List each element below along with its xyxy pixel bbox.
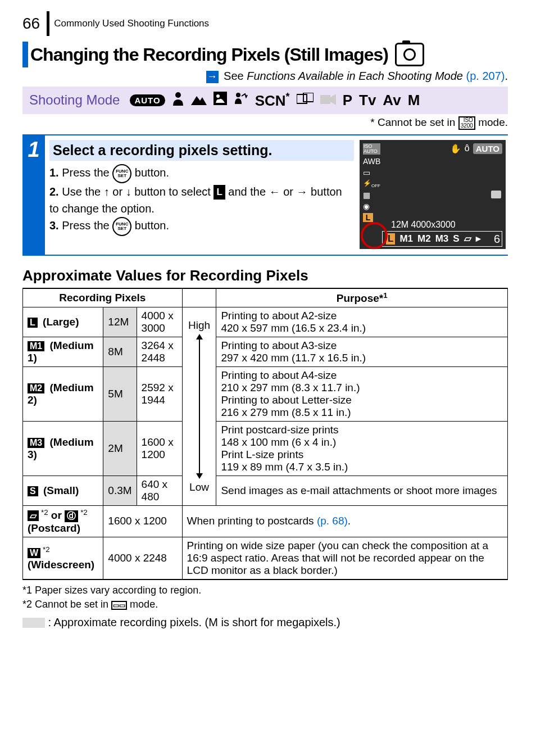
see-reference: → See Functions Available in Each Shooti… [22, 70, 508, 83]
svg-rect-1 [214, 92, 227, 105]
landscape-icon [191, 92, 207, 109]
av-mode-text: Av [383, 92, 401, 109]
table-row: L (Large) [23, 307, 103, 337]
mode-footnote-text: * Cannot be set in [370, 116, 458, 128]
table-header-recording-pixels: Recording Pixels [23, 288, 183, 307]
section-accent [22, 42, 28, 67]
step-1-section: 1 Select a recording pixels setting. 1. … [22, 134, 508, 256]
stitch-icon [297, 92, 314, 109]
svg-point-3 [236, 93, 240, 97]
size-s-option: S [453, 233, 459, 245]
resolution-cell: 3264 x 2448 [137, 337, 182, 366]
size-option-bar: L M1 M2 M3 S ▱ ▸ [382, 231, 502, 247]
section-title-bar: Changing the Recording Pixels (Still Ima… [22, 42, 508, 67]
m2-badge: M2 [28, 383, 44, 393]
arrow-right-icon: → [297, 185, 308, 198]
high-low-arrow [199, 335, 200, 478]
resolution-readout: 12M 4000x3000 [391, 220, 456, 230]
see-period: . [505, 70, 508, 82]
auto-badge-icon: AUTO [130, 94, 165, 106]
resolution-cell: 1600 x 1200 [137, 421, 182, 476]
header-section-title: Commonly Used Shooting Functions [54, 18, 209, 29]
approx-values-title: Approximate Values for Recording Pixels [22, 267, 508, 284]
s-badge: S [28, 486, 38, 496]
footnote-2: *2 Cannot be set in ▭▭ mode. [22, 597, 508, 612]
shooting-mode-icons: AUTO SCN* P Tv Av M [130, 91, 420, 110]
arrow-down-icon: ↓ [126, 185, 131, 198]
table-header-blank [182, 288, 216, 307]
arrow-right-icon: → [206, 71, 219, 83]
step-item-suffix: button. [135, 166, 169, 179]
portrait-icon [172, 91, 184, 110]
size-m3-option: M3 [435, 233, 449, 245]
shots-remaining: 6 [494, 233, 500, 246]
step-title: Select a recording pixels setting. [49, 140, 354, 161]
movie-icon [320, 92, 336, 109]
megapixels-cell: 2M [103, 421, 137, 476]
step-item-num: 2. [49, 185, 59, 198]
purpose-cell: Printing on wide size paper (you can che… [182, 537, 507, 580]
page-link[interactable]: (p. 68) [317, 515, 348, 527]
header-divider [47, 11, 49, 36]
iso-auto-icon: ISO AUTO [363, 143, 380, 155]
m1-badge: M1 [28, 341, 44, 351]
table-row: ▱*2 or ⓓ*2(Postcard) [23, 505, 103, 537]
purpose-cell: Printing to about A2-size 420 x 597 mm (… [216, 307, 508, 337]
svg-rect-6 [320, 95, 330, 104]
func-set-button-icon: FUNC SET [112, 164, 131, 183]
compression-icon: ◉ [363, 202, 380, 211]
auto-mode-badge: AUTO [473, 143, 502, 154]
page-number: 66 [22, 15, 47, 33]
date-stamp-icon: ⓓ [65, 510, 78, 522]
low-label: Low [189, 481, 209, 494]
battery-icon [491, 191, 501, 198]
recording-pixels-table: Recording Pixels Purpose*1 L (Large) 12M… [22, 288, 508, 581]
m-mode-text: M [408, 92, 420, 109]
is-icon: ✋ [450, 143, 461, 154]
m3-badge: M3 [28, 438, 44, 448]
svg-point-0 [175, 92, 181, 98]
footnotes: *1 Paper sizes vary according to region.… [22, 583, 508, 630]
table-row: M3 (Medium 3) [23, 421, 103, 476]
p-mode-text: P [343, 92, 352, 109]
svg-point-2 [216, 94, 220, 98]
func-set-button-icon: FUNC SET [112, 217, 131, 236]
kids-pets-icon [234, 92, 248, 109]
megapixels-cell: 5M [103, 366, 137, 421]
mode-footnote: * Cannot be set in ISO 3200 mode. [22, 116, 508, 130]
camera-icon [395, 43, 424, 66]
night-icon [214, 92, 227, 109]
see-prefix: See [224, 70, 247, 82]
awb-icon: AWB [363, 157, 380, 166]
l-badge-icon: L [214, 185, 225, 200]
purpose-cell: Printing to about A4-size 210 x 297 mm (… [216, 366, 508, 421]
see-text: Functions Available in Each Shooting Mod… [247, 70, 463, 82]
size-l-icon: L [363, 213, 373, 222]
see-page-ref[interactable]: (p. 207) [466, 70, 505, 82]
footnote-1: *1 Paper sizes vary according to region. [22, 583, 508, 597]
size-m1-option: M1 [399, 233, 413, 245]
resolution-cell: 2592 x 1944 [137, 366, 182, 421]
more-arrow-icon: ▸ [476, 233, 481, 245]
resolution-cell: 4000 x 3000 [137, 307, 182, 337]
footnote-3: : Approximate recording pixels. (M is sh… [22, 614, 508, 630]
gray-swatch-icon [22, 618, 45, 628]
purpose-cell: Send images as e-mail attachments or sho… [216, 476, 508, 505]
step-item-num: 3. [49, 219, 59, 232]
megapixels-cell: 0.3M [103, 476, 137, 505]
section-title: Changing the Recording Pixels (Still Ima… [30, 44, 388, 65]
step-number: 1 [22, 135, 45, 255]
purpose-cell: Printing to about A3-size 297 x 420 mm (… [216, 337, 508, 366]
resolution-cell: 4000 x 2248 [103, 537, 182, 580]
table-header-purpose: Purpose*1 [216, 288, 508, 307]
postcard-option-icon: ▱ [464, 233, 471, 245]
step-item-text: Press the [62, 166, 112, 179]
purpose-cell: When printing to postcards (p. 68). [182, 505, 507, 537]
step-instructions: 1. Press the FUNC SET button. 2. Use the… [49, 164, 354, 236]
highlight-circle [361, 222, 388, 249]
table-row: W*2(Widescreen) [23, 537, 103, 580]
l-badge: L [28, 318, 38, 328]
drive-single-icon: ▭ [363, 168, 380, 177]
shooting-mode-label: Shooting Mode [29, 92, 120, 108]
scn-mode-text: SCN* [255, 91, 290, 110]
